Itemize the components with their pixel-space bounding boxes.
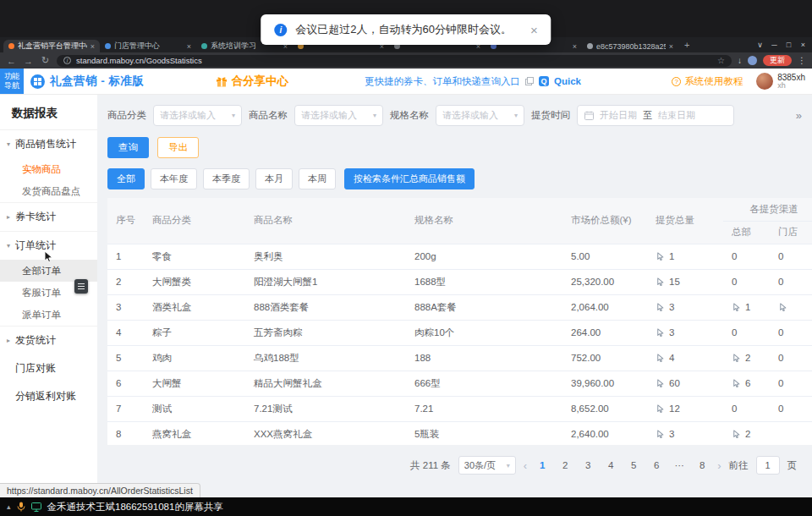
sidebar-item[interactable]: ▸ 发货统计: [0, 326, 97, 354]
page-number[interactable]: ···: [672, 457, 687, 474]
window-close-button[interactable]: ×: [796, 41, 810, 49]
site-info-icon[interactable]: i: [63, 57, 71, 64]
browser-tab[interactable]: e8c573980b1328a2584d2e6 ×: [582, 40, 678, 52]
sidebar-item[interactable]: 门店对账: [0, 354, 97, 382]
maximize-button[interactable]: □: [782, 41, 796, 49]
next-page-icon[interactable]: ›: [717, 459, 721, 472]
cell-store-count: 0: [770, 320, 812, 345]
function-nav-toggle[interactable]: 功能导航: [0, 69, 24, 94]
page-number[interactable]: 4: [603, 457, 618, 474]
hq-count-link[interactable]: 6: [732, 378, 761, 388]
goto-page-input[interactable]: 1: [756, 456, 780, 475]
page-number[interactable]: 3: [580, 457, 595, 474]
sidebar-item[interactable]: 分销返利对账: [0, 382, 97, 410]
filter-select[interactable]: 请选择或输入 ▾: [294, 105, 383, 126]
store-count-link[interactable]: 0: [778, 277, 812, 287]
download-icon[interactable]: ↓: [738, 56, 742, 65]
total-count: 共 211 条: [410, 459, 451, 472]
sidebar-title: 数据报表: [0, 95, 97, 130]
sidebar-item[interactable]: ▸ 券卡统计: [0, 202, 97, 231]
hq-count-link[interactable]: 2: [732, 353, 761, 363]
pickup-count-link[interactable]: 1: [656, 251, 715, 261]
export-button[interactable]: 导出: [157, 137, 199, 158]
col-no: 序号: [107, 198, 144, 244]
tutorial-link[interactable]: ? 系统使用教程: [672, 75, 743, 88]
hq-count-link[interactable]: 0: [732, 327, 761, 338]
minimize-button[interactable]: ─: [767, 41, 782, 49]
hq-count-link[interactable]: 2: [732, 429, 761, 439]
pickup-count-link[interactable]: 15: [656, 277, 715, 287]
store-count-link[interactable]: 0: [778, 403, 812, 414]
page-number[interactable]: 8: [694, 457, 710, 474]
back-icon[interactable]: ←: [6, 56, 17, 66]
filter-select[interactable]: 请选择或输入 ▾: [153, 105, 242, 126]
pickup-count-link[interactable]: 3: [656, 429, 715, 439]
toast-close-icon[interactable]: ×: [530, 23, 538, 37]
sidebar-item[interactable]: ▾ 商品销售统计: [0, 130, 97, 158]
hq-count-link[interactable]: 0: [732, 403, 761, 414]
collapse-panel-icon[interactable]: »: [796, 109, 802, 122]
address-bar[interactable]: i standard.maboy.cn/GoodsStatistics ☆: [57, 55, 732, 67]
page-number[interactable]: 2: [557, 457, 573, 474]
pickup-count-link[interactable]: 12: [656, 403, 715, 414]
store-count-link[interactable]: 0: [778, 353, 812, 363]
browser-profile-avatar[interactable]: [748, 56, 757, 65]
period-tab[interactable]: 本季度: [203, 168, 250, 189]
microphone-icon: [17, 502, 25, 512]
share-center-link[interactable]: 合分享中心: [216, 74, 289, 89]
hq-count-link[interactable]: 0: [732, 277, 761, 287]
new-tab-button[interactable]: +: [678, 40, 695, 50]
tab-close-icon[interactable]: ×: [91, 42, 95, 51]
page-size-select[interactable]: 30条/页 ▾: [458, 456, 516, 475]
hq-count-link[interactable]: 1: [732, 302, 761, 312]
user-menu[interactable]: 8385xh xh: [756, 73, 805, 91]
bookmark-star-icon[interactable]: ☆: [717, 56, 725, 65]
tab-close-icon[interactable]: ×: [573, 42, 577, 51]
browser-update-button[interactable]: 更新: [763, 55, 792, 66]
table-row: 5 鸡肉 乌鸡188型 188 752.00: [107, 345, 812, 371]
pickup-count-link[interactable]: 3: [656, 327, 715, 338]
tab-search-icon[interactable]: ∨: [753, 41, 767, 49]
expand-icon[interactable]: ▴: [7, 502, 11, 511]
browser-menu-icon[interactable]: ⋮: [798, 56, 806, 65]
period-tab[interactable]: 全部: [107, 168, 145, 189]
hq-count-link[interactable]: 0: [732, 251, 761, 261]
pagination: 共 211 条 30条/页 ▾ ‹ 1 2 3 4: [97, 445, 812, 475]
store-count-link[interactable]: 0: [778, 327, 812, 338]
period-tab[interactable]: 本周: [299, 168, 336, 189]
pointer-hand-icon: [778, 303, 787, 312]
filter-select[interactable]: 请选择或输入 ▾: [436, 105, 524, 126]
sidebar-item[interactable]: 发货商品盘点: [0, 180, 97, 202]
browser-tab[interactable]: 门店管理中心 ×: [100, 40, 196, 52]
pickup-count-link[interactable]: 60: [656, 378, 715, 388]
prev-page-icon[interactable]: ‹: [524, 459, 527, 472]
sidebar-item[interactable]: 实物商品: [0, 158, 97, 180]
tab-close-icon[interactable]: ×: [187, 42, 191, 51]
store-count-link[interactable]: 0: [778, 251, 812, 261]
quick-entry-link[interactable]: 更快捷的券卡、订单和快递查询入口 Q Quick: [365, 75, 581, 88]
store-count-link[interactable]: 0: [778, 378, 812, 388]
end-date-placeholder: 结束日期: [658, 109, 695, 122]
sidebar-item[interactable]: 派单订单: [0, 304, 97, 326]
tab-favicon: [587, 43, 593, 49]
summary-button[interactable]: 按检索条件汇总商品销售额: [344, 168, 475, 189]
page-number[interactable]: 1: [535, 457, 550, 474]
page-number[interactable]: 6: [649, 457, 664, 474]
screen-icon: [31, 502, 41, 512]
period-tab[interactable]: 本年度: [151, 168, 197, 189]
reload-icon[interactable]: ↻: [40, 55, 51, 66]
col-name: 商品名称: [245, 198, 406, 244]
meeting-widget-button[interactable]: [74, 279, 88, 294]
store-count-link[interactable]: [778, 303, 812, 312]
info-icon: i: [274, 24, 287, 36]
query-button[interactable]: 查询: [107, 137, 149, 158]
forward-icon[interactable]: →: [23, 56, 34, 66]
pickup-count-link[interactable]: 3: [656, 302, 715, 312]
pickup-count-link[interactable]: 4: [656, 353, 715, 363]
tab-close-icon[interactable]: ×: [669, 42, 673, 51]
page-number[interactable]: 5: [626, 457, 641, 474]
period-tab[interactable]: 本月: [255, 168, 293, 189]
date-range-picker[interactable]: 开始日期 至 结束日期: [577, 105, 734, 126]
browser-tab[interactable]: 礼盒营销平台管理中心 ×: [3, 40, 100, 52]
sidebar-item[interactable]: ▾ 订单统计: [0, 231, 97, 260]
